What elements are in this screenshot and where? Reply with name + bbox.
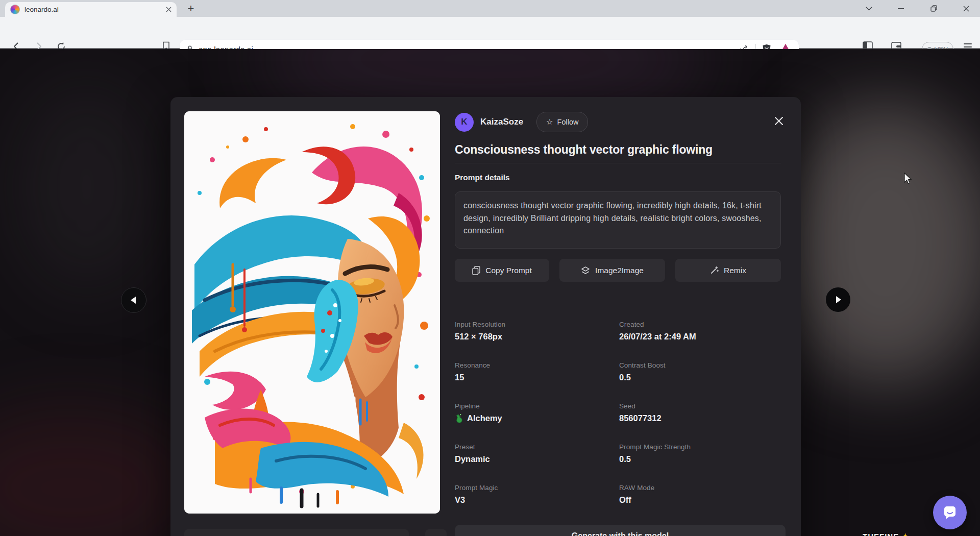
background-blur-blob [776,100,980,386]
detail-preset: Preset Dynamic [455,443,619,464]
prompt-text[interactable]: consciousness thought vector graphic flo… [455,191,781,249]
page-background: K KaizaSoze ☆ Follow Consciousness thoug… [0,49,980,536]
generated-image[interactable] [184,111,440,514]
browser-tab[interactable]: leonardo.ai [5,2,177,17]
previous-image-button[interactable] [121,287,146,313]
potion-flask-icon [454,412,464,424]
thumbnail-strip[interactable] [184,529,409,536]
arrow-left-icon [131,297,136,304]
detail-label: Contrast Boost [619,361,772,369]
detail-raw-mode: RAW Mode Off [619,484,772,505]
detail-value: 856077312 [619,413,772,423]
layers-icon [581,266,590,275]
magic-wand-icon [710,266,719,275]
avatar[interactable]: K [455,113,474,132]
detail-label: Seed [619,402,772,410]
detail-label: Prompt Magic [455,484,619,492]
follow-button[interactable]: ☆ Follow [536,112,588,132]
remix-button[interactable]: Remix [675,259,781,282]
tab-close-icon[interactable] [166,7,172,12]
generate-with-model-button[interactable]: Generate with this model [455,525,786,536]
browser-toolbar: app.leonardo.ai VPN [0,17,980,48]
detail-label: Pipeline [455,402,619,410]
author-name[interactable]: KaizaSoze [480,117,523,127]
copy-prompt-button[interactable]: Copy Prompt [455,259,549,282]
detail-panel: K KaizaSoze ☆ Follow Consciousness thoug… [455,111,781,536]
thumbnail-button[interactable] [425,529,447,536]
detail-contrast-boost: Contrast Boost 0.5 [619,361,772,382]
image2image-button[interactable]: Image2Image [559,259,665,282]
detail-value: V3 [455,495,619,505]
detail-label: RAW Mode [619,484,772,492]
next-image-button[interactable] [826,287,850,312]
detail-label: Preset [455,443,619,451]
leonardo-favicon [10,5,20,14]
image-title: Consciousness thought vector graphic flo… [455,143,771,157]
detail-label: Prompt Magic Strength [619,443,772,451]
detail-label: Resonance [455,361,619,369]
follow-label: Follow [557,118,579,126]
detail-label: Input Resolution [455,321,619,328]
detail-value: Dynamic [455,454,619,464]
tab-strip: leonardo.ai + [0,0,980,17]
detail-value: 0.5 [619,373,772,382]
metadata-grid: Input Resolution 512 × 768px Created 26/… [455,321,772,505]
detail-value: 0.5 [619,454,772,464]
detail-prompt-magic: Prompt Magic V3 [455,484,619,505]
prompt-details-heading: Prompt details [455,173,510,182]
detail-label: Created [619,321,772,328]
arrow-right-icon [836,296,841,303]
action-buttons: Copy Prompt Image2Image Remix [455,259,781,282]
background-blur-blob [15,80,158,294]
author-header: K KaizaSoze ☆ Follow [455,112,588,132]
chat-bubble-icon [942,504,958,521]
detail-created: Created 26/07/23 at 2:49 AM [619,321,772,342]
detail-value: Alchemy [467,413,502,423]
detail-value: Off [619,495,772,505]
detail-seed: Seed 856077312 [619,402,772,423]
detail-value: 15 [455,373,619,382]
detail-resonance: Resonance 15 [455,361,619,382]
tab-search-chevron-icon[interactable] [856,0,881,17]
detail-pipeline: Pipeline Alchemy [455,402,619,423]
new-tab-button[interactable]: + [184,2,198,16]
flame-icon: ✦ [902,532,909,536]
detail-value: 512 × 768px [455,332,619,342]
window-minimize-button[interactable] [888,0,914,17]
detail-prompt-magic-strength: Prompt Magic Strength 0.5 [619,443,772,464]
support-chat-button[interactable] [933,496,967,529]
detail-value: 26/07/23 at 2:49 AM [619,332,772,342]
copy-icon [472,266,480,275]
divider [455,163,781,163]
watermark: THEFINE ✦ [863,532,909,536]
image-detail-modal: K KaizaSoze ☆ Follow Consciousness thoug… [170,97,801,536]
detail-input-resolution: Input Resolution 512 × 768px [455,321,619,342]
star-icon: ☆ [546,117,553,127]
window-close-button[interactable] [953,0,979,17]
window-restore-button[interactable] [921,0,946,17]
tab-title: leonardo.ai [24,6,166,13]
close-icon[interactable] [772,114,786,128]
